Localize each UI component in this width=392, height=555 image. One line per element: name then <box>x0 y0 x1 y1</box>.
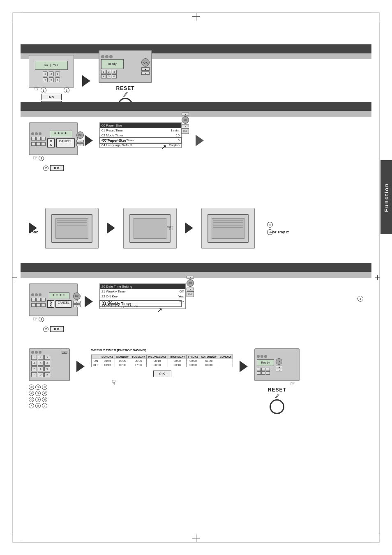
wt-f3[interactable]: 3 <box>44 355 50 360</box>
wt-f9[interactable]: 9 <box>44 366 50 371</box>
ok-cancel-row: O K CANCEL <box>47 138 75 147</box>
cancel-btn-2[interactable]: CANCEL <box>56 138 74 147</box>
weekly-timer-table: SUNDAY MONDAY TUESDAY WEDNESDAY THURSDAY… <box>91 355 233 367</box>
d2-round[interactable]: OK <box>76 131 84 139</box>
round-btn[interactable]: OK <box>141 58 150 67</box>
key-4[interactable]: 4 <box>43 77 48 82</box>
d2k3[interactable] <box>41 137 46 140</box>
wt-dn[interactable]: ▼ <box>73 304 81 307</box>
wtrk6[interactable] <box>266 371 270 375</box>
wtr-round[interactable]: OK <box>276 358 282 365</box>
key-6[interactable]: 6 <box>55 77 60 82</box>
led-3 <box>109 55 113 58</box>
wt-f4[interactable]: 4 <box>31 361 37 366</box>
wtk6[interactable] <box>41 303 46 307</box>
wtk1[interactable] <box>31 298 36 302</box>
k6[interactable]: 6 <box>112 74 117 78</box>
key-3[interactable]: 3 <box>55 71 60 76</box>
k4[interactable]: 4 <box>101 74 106 78</box>
wtk4[interactable] <box>31 303 36 307</box>
wt-reset-circle-btn[interactable] <box>270 399 284 414</box>
ok-btn-2[interactable]: O K <box>47 138 55 147</box>
wt-reset-label: RESET <box>268 387 286 393</box>
wtr-keypad <box>257 368 274 375</box>
wt-led3 <box>39 293 42 296</box>
nc-3: ③ <box>42 385 47 390</box>
wt-fstar[interactable]: * <box>31 372 37 377</box>
k3[interactable]: 3 <box>112 70 117 74</box>
key-2[interactable]: 2 <box>49 71 54 76</box>
wt-center: **** O K CANCEL <box>47 292 71 308</box>
wt-round[interactable]: OK <box>73 292 81 300</box>
menu-nav: ▲ OK ▼ CNL <box>182 113 189 134</box>
key-5[interactable]: 5 <box>49 77 54 82</box>
no-button[interactable]: No <box>41 94 62 100</box>
tr2-sun2 <box>218 363 233 367</box>
step-num-1b: 1 <box>39 156 44 161</box>
d2k1[interactable] <box>31 137 36 140</box>
wtrk2[interactable] <box>261 368 265 371</box>
wtrk4[interactable] <box>257 371 261 375</box>
ok-btn-below[interactable]: 0 K <box>50 165 63 171</box>
wt-f0[interactable]: 0 <box>38 372 44 377</box>
wt-kp-plus[interactable]: + <box>62 351 67 354</box>
wt-ok-btn[interactable]: 0 K <box>50 326 63 332</box>
nav-up[interactable]: ▲ <box>182 113 189 115</box>
wt-cancel[interactable]: CANCEL <box>55 300 71 308</box>
nc-1: ① <box>29 385 34 390</box>
selected-arrow: ↗ <box>161 143 189 151</box>
side-btn2[interactable]: ▼ <box>141 71 150 75</box>
wtrk3[interactable] <box>266 368 270 371</box>
wt-f6[interactable]: 6 <box>44 361 50 366</box>
wt2-arrow-1 <box>76 361 85 373</box>
key-1[interactable]: 1 <box>43 71 48 76</box>
wt-nav-controls: ▲ OK ▼ CNL <box>187 276 194 297</box>
wtk3[interactable] <box>41 298 46 302</box>
k5[interactable]: 5 <box>106 74 111 78</box>
finger-2: ☞ <box>33 154 38 161</box>
wt-right-step: 1 <box>357 296 363 302</box>
d2-up[interactable]: ▲ <box>76 140 84 143</box>
wt-f7[interactable]: 7 <box>31 366 37 371</box>
wt-nav-cnl[interactable]: CNL <box>187 291 194 297</box>
nav-dn[interactable]: ▼ <box>182 124 189 127</box>
nav-ok[interactable]: OK <box>182 116 189 124</box>
wt-f8[interactable]: 8 <box>38 366 44 371</box>
t3-line-4 <box>213 227 243 228</box>
wt2-arrow-2 <box>240 361 248 373</box>
d2k2[interactable] <box>36 137 41 140</box>
wtk2[interactable] <box>36 298 41 302</box>
timer-ok-btn[interactable]: 0 K <box>153 371 171 377</box>
timer-row-1: ON 06:45 00:00 00:00 00:10 00:00 00:00 0… <box>92 359 233 363</box>
step-device-pwd: **** O K CANCEL OK ▲ ▼ ☞ 1 2 <box>29 122 78 171</box>
d2k5[interactable] <box>36 142 41 146</box>
menu-row-01-label: 01 Reset Time <box>101 129 123 132</box>
d2k6[interactable] <box>41 142 46 146</box>
k2[interactable]: 2 <box>106 70 111 74</box>
th-sun1: SUNDAY <box>100 355 115 359</box>
side-btn[interactable]: ▲ <box>141 67 150 71</box>
wtr-display: Ready <box>257 359 274 366</box>
nav-cancel[interactable]: CNL <box>182 128 189 134</box>
wt-f2[interactable]: 2 <box>38 355 44 360</box>
d2-dn[interactable]: ▼ <box>76 143 84 146</box>
wt-nav-ok[interactable]: OK <box>187 279 194 287</box>
wtrk5[interactable] <box>261 371 265 375</box>
wt-nav-dn[interactable]: ▼ <box>187 288 194 290</box>
indicator-row <box>101 55 124 58</box>
wt-f5[interactable]: 5 <box>38 361 44 366</box>
wt-fhash[interactable]: # <box>44 372 50 377</box>
wtr-up[interactable]: ▲ <box>276 366 282 368</box>
corner-mark-bl <box>12 534 21 543</box>
wt-ok[interactable]: O K <box>47 300 54 308</box>
keypad-row1: 1 2 3 <box>43 71 60 76</box>
wt-up[interactable]: ▲ <box>73 301 81 304</box>
wt-leds <box>31 293 46 296</box>
k1[interactable]: 1 <box>101 70 106 74</box>
wtk5[interactable] <box>36 303 41 307</box>
wt-f1[interactable]: 1 <box>31 355 37 360</box>
d2k4[interactable] <box>31 142 36 146</box>
wtrk1[interactable] <box>257 368 261 371</box>
wt-nav-up[interactable]: ▲ <box>187 276 194 279</box>
wtr-dn[interactable]: ▼ <box>276 369 282 371</box>
